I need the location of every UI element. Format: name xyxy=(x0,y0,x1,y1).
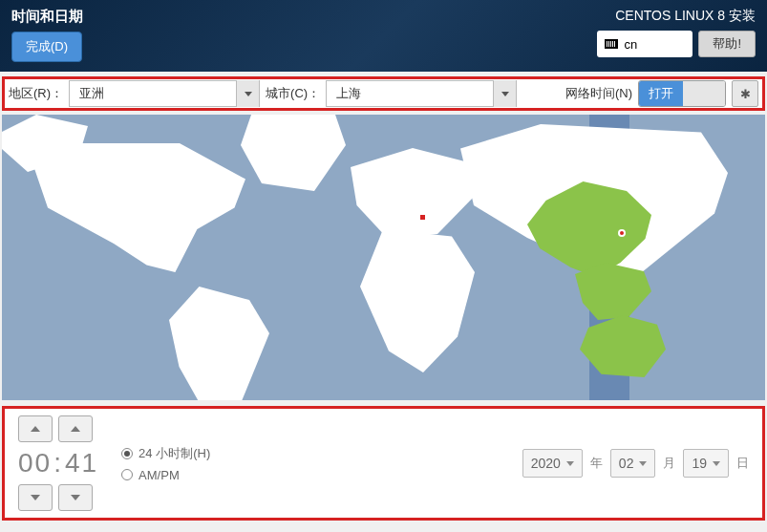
keyboard-icon xyxy=(605,39,618,49)
timezone-map[interactable] xyxy=(2,115,765,400)
chevron-up-icon xyxy=(31,426,40,432)
map-landmass xyxy=(360,229,475,372)
city-dropdown-button[interactable] xyxy=(493,80,516,107)
region-dropdown-button[interactable] xyxy=(236,80,259,107)
time-format-radio-group: 24 小时制(H) AM/PM xyxy=(121,445,210,482)
radio-icon xyxy=(121,469,133,480)
map-landmass xyxy=(169,287,269,400)
month-label: 月 xyxy=(663,455,675,472)
network-time-toggle[interactable]: 打开 xyxy=(638,80,726,107)
minutes-down-button[interactable] xyxy=(58,484,93,511)
radio-ampm[interactable]: AM/PM xyxy=(121,468,210,482)
help-button[interactable]: 帮助! xyxy=(698,31,756,57)
chevron-down-icon xyxy=(566,461,574,466)
gear-icon: ✱ xyxy=(740,87,751,101)
month-value: 02 xyxy=(619,456,634,471)
region-label: 地区(R)： xyxy=(9,85,63,102)
page-title: 时间和日期 xyxy=(11,8,83,26)
chevron-up-icon xyxy=(71,426,80,432)
done-button[interactable]: 完成(D) xyxy=(11,32,82,62)
map-landmass xyxy=(26,143,245,287)
day-value: 19 xyxy=(692,456,707,471)
network-time-label: 网络时间(N) xyxy=(565,85,632,102)
chevron-down-icon xyxy=(501,92,509,96)
chevron-down-icon xyxy=(713,461,720,466)
toggle-off-space xyxy=(683,81,725,106)
region-combo[interactable]: 亚洲 xyxy=(69,80,260,107)
city-value: 上海 xyxy=(327,85,493,102)
radio-ampm-label: AM/PM xyxy=(138,468,180,482)
map-landmass xyxy=(351,148,475,244)
minutes-value: 41 xyxy=(65,448,98,479)
radio-icon xyxy=(121,448,133,459)
chevron-down-icon xyxy=(639,461,647,466)
radio-24h[interactable]: 24 小时制(H) xyxy=(121,445,210,462)
date-selectors: 2020 年 02 月 19 日 xyxy=(522,449,749,478)
keyboard-layout-code: cn xyxy=(624,37,637,52)
month-combo[interactable]: 02 xyxy=(610,449,656,478)
region-value: 亚洲 xyxy=(70,85,236,102)
location-filter-bar: 地区(R)： 亚洲 城市(C)： 上海 网络时间(N) 打开 ✱ xyxy=(2,76,765,111)
toggle-on-label: 打开 xyxy=(639,81,683,106)
ntp-settings-button[interactable]: ✱ xyxy=(732,80,758,107)
map-marker xyxy=(420,215,425,220)
year-label: 年 xyxy=(590,455,603,472)
installer-title: CENTOS LINUX 8 安装 xyxy=(615,8,756,25)
hours-value: 00 xyxy=(18,448,52,479)
minutes-up-button[interactable] xyxy=(58,415,93,442)
hours-up-button[interactable] xyxy=(18,415,53,442)
chevron-down-icon xyxy=(71,495,80,500)
radio-24h-label: 24 小时制(H) xyxy=(138,445,210,462)
year-combo[interactable]: 2020 xyxy=(522,449,583,478)
year-value: 2020 xyxy=(531,456,561,471)
time-separator: : xyxy=(53,448,63,479)
datetime-panel: 00 : 41 24 小时制(H) AM/PM 2020 年 02 月 xyxy=(2,406,765,521)
map-landmass xyxy=(241,115,346,191)
chevron-down-icon xyxy=(31,495,40,500)
chevron-down-icon xyxy=(245,92,252,96)
keyboard-layout-indicator[interactable]: cn xyxy=(597,31,692,57)
selected-region-highlight xyxy=(575,263,651,320)
city-label: 城市(C)： xyxy=(266,85,320,102)
time-spinner: 00 : 41 xyxy=(18,415,98,511)
time-display: 00 : 41 xyxy=(18,448,98,479)
hours-down-button[interactable] xyxy=(18,484,53,511)
selected-city-marker xyxy=(618,229,626,237)
day-label: 日 xyxy=(736,455,749,472)
city-combo[interactable]: 上海 xyxy=(326,80,517,107)
day-combo[interactable]: 19 xyxy=(683,449,729,478)
